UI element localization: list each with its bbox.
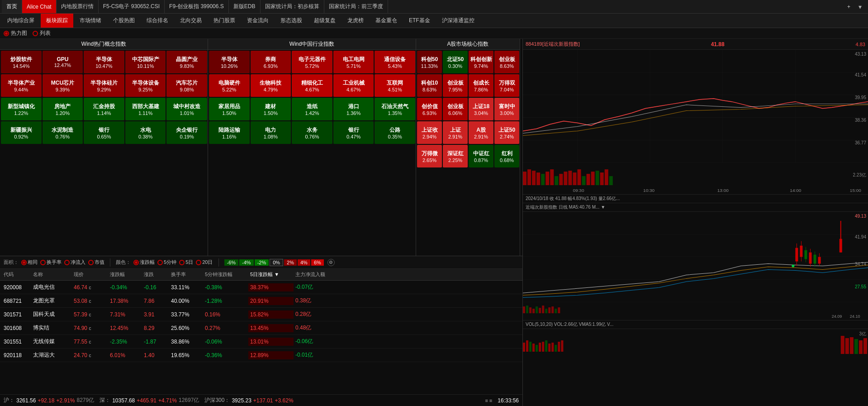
heat-cell[interactable]: 房地产1.20% (43, 98, 83, 120)
nav-etf[interactable]: ETF基金 (403, 14, 436, 28)
heat-cell[interactable]: 创价值6.93% (417, 98, 442, 120)
heatmap-radio[interactable]: 热力图 (4, 29, 27, 37)
table-row[interactable]: 688721 龙图光罩 53.08 c 17.38% 7.86 40.00% -… (0, 294, 522, 308)
table-row[interactable]: 920118 太湖远大 24.70 c 6.01% 1.40 19.65% -0… (0, 349, 522, 362)
heat-cell[interactable]: 中芯国际产10.11% (125, 51, 166, 73)
scale-neg4[interactable]: -4% (239, 259, 254, 266)
heat-cell[interactable]: 公路0.35% (375, 121, 415, 144)
stat1-tab[interactable]: 国家统计局：初步核算 (261, 0, 324, 13)
table-row[interactable]: 920008 成电光信 46.74 c -0.34% -0.16 33.11% … (0, 281, 522, 294)
heat-cell[interactable]: MCU芯片9.39% (43, 74, 83, 97)
heat-cell[interactable]: 创成长7.86% (469, 74, 493, 97)
color-5day[interactable]: 5日 (179, 259, 193, 266)
heat-cell[interactable]: 北证500.30% (443, 51, 468, 73)
heat-cell[interactable]: 建材1.50% (251, 98, 291, 120)
heat-cell[interactable]: 半导体产业9.44% (1, 74, 42, 97)
color-changepct[interactable]: 涨跌幅 (133, 259, 155, 266)
heat-cell[interactable]: 通信设备5.43% (375, 51, 415, 73)
heat-cell[interactable]: 中证红0.87% (469, 145, 493, 167)
nav-fund-hold[interactable]: 基金重仓 (370, 14, 403, 28)
heat-cell[interactable]: GPU12.47% (43, 51, 83, 73)
heat-cell[interactable]: 红利0.68% (494, 145, 519, 167)
heat-cell[interactable]: 科创创新9.74% (469, 51, 493, 73)
heat-cell[interactable]: 港口1.36% (333, 98, 374, 120)
heat-cell[interactable]: 石油天然气1.35% (375, 98, 415, 120)
area-inflow[interactable]: 净流入 (64, 259, 85, 266)
heat-cell[interactable]: 生物科技4.79% (251, 74, 291, 97)
heat-cell[interactable]: 电工电网5.71% (333, 51, 374, 73)
area-same[interactable]: 相同 (21, 259, 38, 266)
heat-cell[interactable]: 精细化工4.67% (292, 74, 332, 97)
th-5day[interactable]: 5日涨跌幅 ▼ (248, 271, 294, 278)
heat-cell[interactable]: 科创5011.33% (417, 51, 442, 73)
heat-cell[interactable]: 造纸1.42% (292, 98, 332, 120)
color-5min[interactable]: 5分钟 (157, 259, 176, 266)
heat-cell[interactable]: 上证2.91% (443, 121, 468, 144)
heat-cell[interactable]: 创业板7.95% (443, 74, 468, 97)
chevron-down-icon[interactable]: ▾ (854, 0, 866, 13)
heat-cell[interactable]: 半导体10.47% (84, 51, 124, 73)
nav-north-trade[interactable]: 北向交易 (175, 14, 207, 28)
heat-cell[interactable]: 汇金持股1.14% (84, 98, 124, 120)
heat-cell[interactable]: 汽车芯片9.08% (166, 74, 207, 97)
heat-cell[interactable]: 工业机械4.67% (333, 74, 374, 97)
heat-cell[interactable]: 银行0.47% (333, 121, 374, 144)
heat-cell[interactable]: 新疆振兴0.92% (1, 121, 42, 144)
heat-cell[interactable]: 城中村改造1.01% (166, 98, 207, 120)
f5-tab[interactable]: F5-CS电子 930652.CSI (99, 0, 165, 13)
heat-cell[interactable]: 水泥制造0.76% (43, 121, 83, 144)
scale-neg6[interactable]: -6% (224, 259, 239, 266)
heat-cell[interactable]: 创业板6.06% (443, 98, 468, 120)
heat-cell[interactable]: 创业板8.63% (494, 51, 519, 73)
color-20day[interactable]: 20日 (196, 259, 213, 266)
nav-market-sentiment[interactable]: 市场情绪 (74, 14, 107, 28)
th-change-pct[interactable]: 涨跌幅 (108, 271, 142, 278)
heat-cell[interactable]: 炒股软件14.54% (1, 51, 42, 73)
scale-pos6[interactable]: 6% (311, 259, 324, 266)
nav-capital-flow[interactable]: 资金流向 (242, 14, 274, 28)
heat-cell[interactable]: 电脑硬件5.22% (209, 74, 250, 97)
heat-cell[interactable]: 互联网4.51% (375, 74, 415, 97)
heat-cell[interactable]: 深证红2.25% (443, 145, 468, 167)
inland-tab[interactable]: 内地股票行情 (57, 0, 99, 13)
heat-cell[interactable]: 半导体硅片9.29% (84, 74, 124, 97)
heat-cell[interactable]: 万得微2.65% (417, 145, 442, 167)
table-row[interactable]: 301551 无线传媒 77.55 c -2.35% -1.87 38.86% … (0, 335, 522, 349)
heat-cell[interactable]: A股2.91% (469, 121, 493, 144)
heat-cell[interactable]: 电子元器件5.72% (292, 51, 332, 73)
nav-composite-ranking[interactable]: 综合排名 (141, 14, 174, 28)
nav-dragon-tiger[interactable]: 龙虎榜 (342, 14, 369, 28)
heat-cell[interactable]: 新型城镇化1.22% (1, 98, 42, 120)
list-radio[interactable]: 列表 (33, 29, 51, 37)
heat-cell[interactable]: 上证183.04% (469, 98, 493, 120)
scale-neg2[interactable]: -2% (255, 259, 269, 266)
home-button[interactable]: 首页 (2, 0, 22, 13)
heat-cell[interactable]: 上证502.74% (494, 121, 519, 144)
heat-cell[interactable]: 券商6.93% (251, 51, 291, 73)
stat2-tab[interactable]: 国家统计局：前三季度 (324, 0, 388, 13)
heat-cell[interactable]: 万得双7.04% (494, 74, 519, 97)
area-mktcap[interactable]: 市值 (88, 259, 104, 266)
heat-cell[interactable]: 富时中3.00% (494, 98, 519, 120)
heat-cell[interactable]: 银行0.65% (84, 121, 124, 144)
nav-hk-monitor[interactable]: 沪深港通监控 (436, 14, 480, 28)
edb-tab[interactable]: 新版EDB (229, 0, 261, 13)
settings-icon[interactable]: ⚙ (327, 259, 335, 266)
heat-cell[interactable]: 半导体设备9.25% (125, 74, 166, 97)
heat-cell[interactable]: 西部大基建1.11% (125, 98, 166, 120)
heat-cell[interactable]: 水务0.76% (292, 121, 332, 144)
scale-pos2[interactable]: 2% (284, 259, 297, 266)
nav-inland-screen[interactable]: 内地综合屏 (2, 14, 40, 28)
area-turnover[interactable]: 换手率 (40, 259, 62, 266)
nav-sector-track[interactable]: 板块跟踪 (41, 14, 73, 28)
nav-hot-stocks[interactable]: 热门股票 (208, 14, 241, 28)
heat-cell[interactable]: 上证收2.94% (417, 121, 442, 144)
alice-chat-tab[interactable]: Alice Chat (22, 0, 57, 13)
heat-cell[interactable]: 央企银行0.19% (166, 121, 207, 144)
table-row[interactable]: 301608 博实结 74.90 c 12.45% 8.29 25.60% 0.… (0, 321, 522, 335)
scale-0[interactable]: 0% (270, 259, 283, 266)
table-row[interactable]: 301571 国科天成 57.39 c 7.31% 3.91 33.77% 0.… (0, 308, 522, 321)
heat-cell[interactable]: 半导体10.26% (209, 51, 250, 73)
nav-super-review[interactable]: 超级复盘 (308, 14, 341, 28)
nav-pattern-select[interactable]: 形态选股 (275, 14, 308, 28)
